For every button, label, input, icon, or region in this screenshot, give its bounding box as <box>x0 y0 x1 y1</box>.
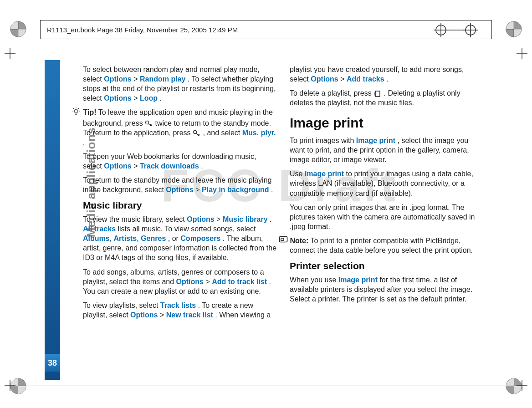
track-downloads-label: Track downloads <box>140 162 199 170</box>
genres-label: Genres <box>141 235 166 242</box>
options-label: Options <box>104 75 131 83</box>
albums-label: Albums <box>83 235 110 242</box>
para-tracklists: To view playlists, select Track lists . … <box>83 301 277 320</box>
options-label: Options <box>311 75 338 83</box>
image-print-label: Image print <box>356 137 395 144</box>
all-tracks-label: All tracks <box>83 225 116 233</box>
column-left: To select between random play and normal… <box>83 65 277 356</box>
composers-label: Composers <box>180 235 220 242</box>
tip-block: Tip! To leave the application open and m… <box>83 107 277 147</box>
svg-point-30 <box>198 134 200 136</box>
crop-tee-icon <box>5 380 15 391</box>
options-label: Options <box>104 162 131 170</box>
running-head-box: R1113_en.book Page 38 Friday, November 2… <box>40 20 492 39</box>
loop-label: Loop <box>140 94 158 102</box>
print-mark-top-right <box>506 21 522 37</box>
clear-key-icon <box>373 90 382 97</box>
options-label: Options <box>187 215 214 223</box>
mus-plyr-label: Mus. plyr. <box>242 129 276 137</box>
options-label: Options <box>176 278 204 286</box>
crop-rule-top <box>8 53 524 53</box>
para-add-tracks: playlist you have created yourself, to a… <box>290 65 484 84</box>
note-icon <box>279 236 288 245</box>
svg-point-27 <box>146 121 149 124</box>
page-number: 38 <box>48 358 57 368</box>
register-crosses-icon <box>432 21 482 39</box>
image-print-label: Image print <box>338 276 378 284</box>
crop-tee-icon <box>517 48 527 59</box>
image-print-label: Image print <box>305 170 344 178</box>
svg-line-25 <box>78 108 79 109</box>
para-image-print-use: Use Image print to print your images usi… <box>290 169 484 198</box>
tip-label: Tip! <box>83 108 96 116</box>
svg-rect-31 <box>280 237 287 242</box>
menu-key-icon <box>193 130 201 136</box>
crop-tee-icon <box>5 48 15 59</box>
para-random-loop: To select between random play and normal… <box>83 65 277 103</box>
para-play-in-background: To return to the standby mode and leave … <box>83 175 277 194</box>
para-add-to-tracklist: To add songs, albums, artists, genres or… <box>83 267 277 296</box>
heading-image-print: Image print <box>290 114 484 132</box>
svg-rect-32 <box>281 238 284 240</box>
options-label: Options <box>166 186 193 194</box>
lightbulb-tip-icon <box>72 107 81 118</box>
add-tracks-label: Add tracks <box>347 75 384 83</box>
artists-label: Artists <box>114 235 137 242</box>
body-columns: To select between random play and normal… <box>83 65 484 356</box>
note-block: Note: To print to a printer compatible w… <box>290 236 484 255</box>
para-library-open: To view the music library, select Option… <box>83 214 277 263</box>
options-label: Options <box>130 311 158 319</box>
sidebar-blue-strip <box>45 60 60 380</box>
note-label: Note: <box>290 237 308 245</box>
para-track-downloads: To open your Web bookmarks for downloadi… <box>83 152 277 171</box>
random-play-label: Random play <box>140 75 185 83</box>
crop-tee-icon <box>517 380 527 391</box>
svg-point-28 <box>150 125 152 126</box>
menu-key-icon <box>145 120 153 127</box>
crop-rule-bottom <box>8 386 524 386</box>
options-label: Options <box>104 94 131 102</box>
running-head-text: R1113_en.book Page 38 Friday, November 2… <box>47 26 238 34</box>
svg-point-29 <box>194 131 197 134</box>
para-jpeg-only: You can only print images that are in .j… <box>290 203 484 231</box>
svg-point-19 <box>74 109 78 113</box>
page-number-box: 38 <box>45 354 60 372</box>
svg-line-24 <box>73 108 74 109</box>
heading-printer-selection: Printer selection <box>290 260 484 272</box>
para-image-print-intro: To print images with Image print , selec… <box>290 136 484 164</box>
para-delete-playlist: To delete a playlist, press . Deleting a… <box>290 88 484 107</box>
add-to-track-list-label: Add to track list <box>212 278 267 286</box>
heading-music-library: Music library <box>83 199 277 212</box>
new-track-list-label: New track list <box>166 311 213 319</box>
print-mark-top-left <box>10 21 26 37</box>
play-in-background-label: Play in background <box>202 186 269 194</box>
track-lists-label: Track lists <box>160 301 196 309</box>
column-right: playlist you have created yourself, to a… <box>290 65 484 356</box>
music-library-label: Music library <box>223 215 268 223</box>
para-printer-selection: When you use Image print for the first t… <box>290 275 484 304</box>
